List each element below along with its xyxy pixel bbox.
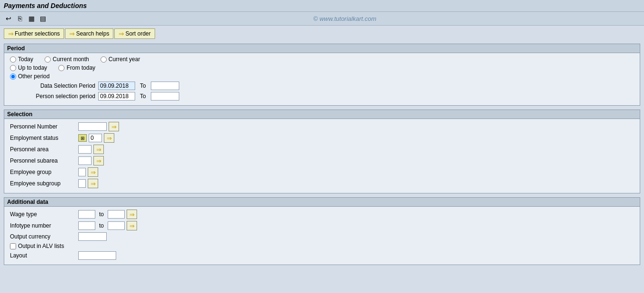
- employment-status-input[interactable]: [89, 134, 102, 142]
- person-selection-label: Person selection period: [19, 93, 95, 100]
- personnel-area-row: Personnel area ⇒: [10, 145, 634, 154]
- selection-section-body: Personnel Number ⇒ Employment status ⊞ ⇒…: [4, 119, 640, 193]
- radio-current-month-label: Current month: [53, 56, 89, 63]
- infotype-number-to-input[interactable]: [108, 221, 125, 230]
- tab-search-helps[interactable]: ⇒ Search helps: [65, 28, 113, 39]
- toolbar-icon-chart[interactable]: ▤: [38, 14, 47, 23]
- person-selection-to-input[interactable]: [151, 92, 179, 101]
- infotype-number-arrow-btn[interactable]: ⇒: [127, 221, 137, 230]
- personnel-area-label: Personnel area: [10, 146, 76, 153]
- watermark: © www.tutorialkart.com: [49, 15, 640, 22]
- toolbar: ↩ ⎘ ▦ ▤ © www.tutorialkart.com: [0, 12, 644, 26]
- employee-group-label: Employee group: [10, 169, 76, 175]
- employee-subgroup-arrow-btn[interactable]: ⇒: [88, 179, 98, 188]
- output-currency-row: Output currency: [10, 232, 634, 241]
- additional-section: Additional data Wage type to ⇒ Infotype …: [4, 197, 640, 265]
- toolbar-icon-copy[interactable]: ⎘: [15, 14, 25, 23]
- wage-type-row: Wage type to ⇒: [10, 210, 634, 219]
- output-currency-label: Output currency: [10, 233, 76, 240]
- personnel-subarea-arrow-btn[interactable]: ⇒: [93, 156, 104, 165]
- infotype-number-row: Infotype number to ⇒: [10, 221, 634, 230]
- radio-from-today-input[interactable]: [58, 65, 64, 71]
- wage-type-to-input[interactable]: [108, 210, 125, 219]
- personnel-number-row: Personnel Number ⇒: [10, 122, 634, 131]
- alv-label: Output in ALV lists: [18, 243, 64, 249]
- output-currency-input[interactable]: [78, 232, 107, 241]
- personnel-area-arrow-btn[interactable]: ⇒: [93, 145, 104, 154]
- tab-sort-order[interactable]: ⇒ Sort order: [114, 28, 155, 39]
- data-selection-to-label: To: [140, 82, 146, 89]
- person-selection-to-label: To: [140, 93, 146, 100]
- radio-today-label: Today: [18, 56, 33, 63]
- toolbar-icon-back[interactable]: ↩: [4, 14, 13, 23]
- radio-current-year-label: Current year: [109, 56, 140, 63]
- layout-input[interactable]: [78, 251, 116, 260]
- employment-status-row: Employment status ⊞ ⇒: [10, 133, 634, 143]
- radio-today: Today: [10, 56, 33, 63]
- infotype-number-to-label: to: [99, 222, 104, 229]
- employee-group-input[interactable]: [78, 168, 86, 176]
- radio-from-today: From today: [58, 64, 95, 71]
- selection-section: Selection Personnel Number ⇒ Employment …: [4, 110, 640, 193]
- person-selection-row: Person selection period To: [19, 92, 634, 101]
- person-selection-from-input[interactable]: [98, 92, 135, 101]
- radio-other-period: Other period: [10, 73, 50, 80]
- radio-up-to-today-label: Up to today: [18, 64, 47, 71]
- radio-current-month: Current month: [45, 56, 89, 63]
- employee-subgroup-row: Employee subgroup ⇒: [10, 179, 634, 188]
- main-content: Period Today Current month Current year: [0, 42, 644, 271]
- period-row-2: Up to today From today: [10, 64, 634, 71]
- radio-other-period-label: Other period: [18, 73, 50, 80]
- tab-further-label: Further selections: [15, 30, 60, 37]
- radio-current-month-input[interactable]: [45, 56, 51, 63]
- radio-up-to-today: Up to today: [10, 64, 47, 71]
- title-bar: Payments and Deductions: [0, 0, 644, 12]
- personnel-number-input[interactable]: [78, 122, 107, 131]
- employment-status-controls: ⊞: [78, 134, 102, 142]
- tab-search-label: Search helps: [76, 30, 109, 37]
- wage-type-from-input[interactable]: [78, 210, 95, 219]
- period-row-1: Today Current month Current year: [10, 56, 634, 63]
- radio-from-today-label: From today: [66, 64, 95, 71]
- toolbar-icon-info[interactable]: ▦: [27, 14, 36, 23]
- radio-up-to-today-input[interactable]: [10, 65, 16, 71]
- employment-status-picker-btn[interactable]: ⊞: [78, 134, 87, 142]
- data-selection-to-input[interactable]: [151, 82, 179, 90]
- period-section-header: Period: [4, 44, 640, 53]
- employee-subgroup-input[interactable]: [78, 179, 86, 188]
- period-section: Period Today Current month Current year: [4, 44, 640, 106]
- personnel-number-label: Personnel Number: [10, 123, 76, 130]
- layout-row: Layout: [10, 251, 634, 260]
- data-selection-label: Data Selection Period: [19, 82, 95, 89]
- personnel-subarea-row: Personnel subarea ⇒: [10, 156, 634, 165]
- additional-section-body: Wage type to ⇒ Infotype number to ⇒ Outp…: [4, 207, 640, 265]
- infotype-number-from-input[interactable]: [78, 221, 95, 230]
- selection-section-header: Selection: [4, 110, 640, 119]
- personnel-subarea-label: Personnel subarea: [10, 157, 76, 164]
- additional-section-header: Additional data: [4, 198, 640, 207]
- employee-group-row: Employee group ⇒: [10, 167, 634, 177]
- wage-type-arrow-btn[interactable]: ⇒: [127, 210, 137, 219]
- radio-other-period-input[interactable]: [10, 73, 16, 80]
- data-selection-from-input[interactable]: [98, 82, 135, 90]
- radio-current-year: Current year: [101, 56, 140, 63]
- radio-current-year-input[interactable]: [101, 56, 107, 63]
- personnel-subarea-input[interactable]: [78, 156, 92, 165]
- tab-search-arrow-icon: ⇒: [69, 30, 75, 37]
- employment-status-arrow-btn[interactable]: ⇒: [104, 133, 114, 143]
- wage-type-label: Wage type: [10, 211, 76, 218]
- layout-label: Layout: [10, 252, 76, 259]
- infotype-number-label: Infotype number: [10, 222, 76, 229]
- period-section-body: Today Current month Current year Up to t…: [4, 53, 640, 105]
- radio-today-input[interactable]: [10, 56, 16, 63]
- tab-further-arrow-icon: ⇒: [8, 30, 14, 37]
- tab-further-selections[interactable]: ⇒ Further selections: [4, 28, 64, 39]
- employee-group-arrow-btn[interactable]: ⇒: [88, 167, 98, 177]
- tab-sort-label: Sort order: [125, 30, 150, 37]
- wage-type-to-label: to: [99, 211, 104, 218]
- data-selection-row: Data Selection Period To: [19, 82, 634, 90]
- personnel-area-input[interactable]: [78, 145, 92, 154]
- alv-checkbox[interactable]: [10, 243, 16, 249]
- personnel-number-arrow-btn[interactable]: ⇒: [109, 122, 119, 131]
- employment-status-label: Employment status: [10, 135, 76, 141]
